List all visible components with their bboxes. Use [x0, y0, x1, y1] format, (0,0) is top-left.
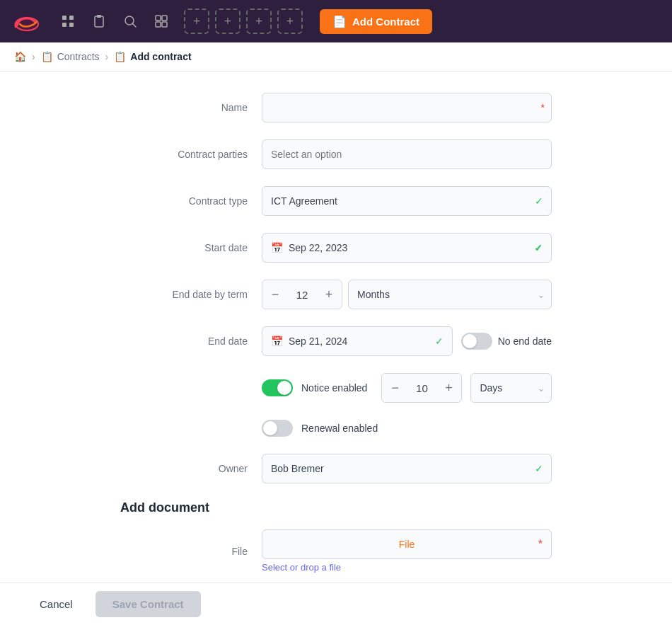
end-date-field[interactable]: 📅 Sep 21, 2024 ✓ [262, 326, 453, 356]
quick-add-2[interactable]: + [215, 8, 241, 34]
add-contract-label: Add Contract [352, 16, 419, 28]
owner-wrap: Bob Bremer [262, 454, 552, 483]
name-row: Name * [120, 93, 552, 122]
renewal-controls: Renewal enabled [262, 420, 552, 437]
no-end-date-toggle-knob [463, 334, 477, 348]
contract-type-select[interactable]: ICT Agreement Service Agreement NDA Othe… [262, 186, 552, 216]
owner-label: Owner [120, 463, 248, 474]
start-date-cal-icon: 📅 [271, 242, 283, 253]
svg-rect-12 [156, 22, 161, 27]
start-date-field[interactable]: 📅 Sep 22, 2023 ✓ [262, 233, 552, 263]
no-end-date-label: No end date [498, 336, 552, 347]
svg-rect-13 [162, 22, 167, 27]
end-date-controls: 📅 Sep 21, 2024 ✓ No end date [262, 326, 552, 356]
contracts-breadcrumb[interactable]: 📋 Contracts [41, 51, 100, 62]
end-date-by-term-row: End date by term − 12 + Days Weeks Month… [120, 280, 552, 309]
breadcrumb: 🏠 › 📋 Contracts › 📋 Add contract [0, 42, 672, 71]
quick-add-group: + + + + [184, 8, 303, 34]
term-value: 12 [288, 289, 316, 301]
term-unit-wrap: Days Weeks Months Years [348, 280, 552, 309]
owner-select[interactable]: Bob Bremer [262, 454, 552, 483]
form-container: Name * Contract parties Contract type IC… [106, 93, 566, 573]
notice-increment-button[interactable]: + [436, 373, 461, 403]
term-increment-button[interactable]: + [316, 280, 342, 309]
end-date-check-icon: ✓ [435, 336, 444, 347]
renewal-enabled-row: Renewal enabled [120, 420, 552, 437]
contract-parties-input[interactable] [262, 139, 552, 169]
end-date-row: End date 📅 Sep 21, 2024 ✓ No end date [120, 326, 552, 356]
term-decrement-button[interactable]: − [262, 280, 288, 309]
quick-add-4[interactable]: + [277, 8, 303, 34]
start-date-row: Start date 📅 Sep 22, 2023 ✓ [120, 233, 552, 263]
quick-add-1[interactable]: + [184, 8, 209, 34]
renewal-enabled-toggle[interactable] [262, 420, 293, 437]
contract-type-label: Contract type [120, 195, 248, 207]
start-date-wrap: 📅 Sep 22, 2023 ✓ [262, 233, 552, 263]
quick-add-3[interactable]: + [246, 8, 272, 34]
notice-decrement-button[interactable]: − [382, 373, 407, 403]
main-content: Name * Contract parties Contract type IC… [0, 71, 672, 625]
svg-rect-2 [62, 16, 66, 20]
notice-controls: Notice enabled − 10 + Days Weeks Months [262, 373, 552, 403]
svg-rect-10 [156, 16, 161, 21]
term-unit-select[interactable]: Days Weeks Months Years [348, 280, 552, 309]
start-date-label: Start date [120, 242, 248, 253]
select-or-drop-link[interactable]: Select or drop a file [262, 562, 341, 573]
clipboard-icon[interactable] [88, 10, 110, 33]
dashboard-icon[interactable] [150, 10, 173, 33]
svg-rect-4 [62, 23, 66, 27]
app-logo[interactable] [11, 8, 42, 34]
svg-rect-6 [95, 16, 103, 27]
contracts-breadcrumb-icon: 📋 [41, 51, 53, 62]
notice-enabled-label: Notice enabled [301, 382, 367, 394]
add-document-heading: Add document [120, 500, 552, 515]
file-button-label: File [399, 539, 415, 550]
add-contract-icon: 📄 [332, 15, 347, 28]
svg-rect-7 [97, 15, 101, 18]
renewal-enabled-label: Renewal enabled [301, 423, 378, 434]
add-document-section: Add document File File * Select or drop … [120, 500, 552, 573]
svg-rect-11 [162, 16, 167, 21]
notice-toggle-knob [277, 381, 291, 395]
end-date-by-term-wrap: − 12 + Days Weeks Months Years [262, 280, 552, 309]
grid-icon[interactable] [57, 10, 79, 33]
end-date-value: Sep 21, 2024 [289, 336, 444, 347]
file-upload-button[interactable]: File * [262, 529, 552, 559]
no-end-date-wrap: No end date [461, 333, 552, 350]
contract-parties-row: Contract parties [120, 139, 552, 169]
notice-unit-select[interactable]: Days Weeks Months [470, 373, 552, 403]
name-label: Name [120, 102, 248, 113]
no-end-date-toggle[interactable] [461, 333, 492, 350]
notice-enabled-toggle[interactable] [262, 379, 293, 396]
svg-rect-3 [69, 16, 74, 20]
cancel-button[interactable]: Cancel [28, 592, 84, 616]
notice-counter: − 10 + [381, 373, 462, 403]
top-navigation: + + + + 📄 Add Contract [0, 0, 672, 42]
notice-value: 10 [407, 382, 436, 394]
file-wrap: File * Select or drop a file [262, 529, 552, 573]
notice-unit-wrap: Days Weeks Months [470, 373, 552, 403]
file-row: File File * Select or drop a file [120, 529, 552, 573]
name-input[interactable] [262, 93, 552, 122]
search-icon[interactable] [119, 10, 141, 33]
contract-parties-wrap [262, 139, 552, 169]
current-breadcrumb-label: Add contract [130, 51, 191, 62]
svg-rect-5 [69, 23, 74, 27]
contract-type-row: Contract type ICT Agreement Service Agre… [120, 186, 552, 216]
home-breadcrumb[interactable]: 🏠 [14, 51, 26, 62]
contract-type-wrap: ICT Agreement Service Agreement NDA Othe… [262, 186, 552, 216]
current-breadcrumb: 📋 Add contract [114, 51, 191, 62]
breadcrumb-sep-2: › [105, 51, 109, 62]
term-counter: − 12 + [262, 280, 342, 309]
contract-parties-label: Contract parties [120, 149, 248, 160]
current-breadcrumb-icon: 📋 [114, 51, 126, 62]
save-contract-button[interactable]: Save Contract [95, 591, 201, 617]
end-date-cal-icon: 📅 [271, 336, 283, 347]
renewal-wrap: Renewal enabled [262, 420, 552, 437]
form-footer: Cancel Save Contract [0, 583, 672, 625]
renewal-toggle-knob [263, 421, 277, 435]
file-required-star: * [538, 538, 543, 551]
end-date-label: End date [120, 336, 248, 347]
add-contract-button[interactable]: 📄 Add Contract [320, 9, 432, 34]
file-label: File [120, 546, 248, 557]
